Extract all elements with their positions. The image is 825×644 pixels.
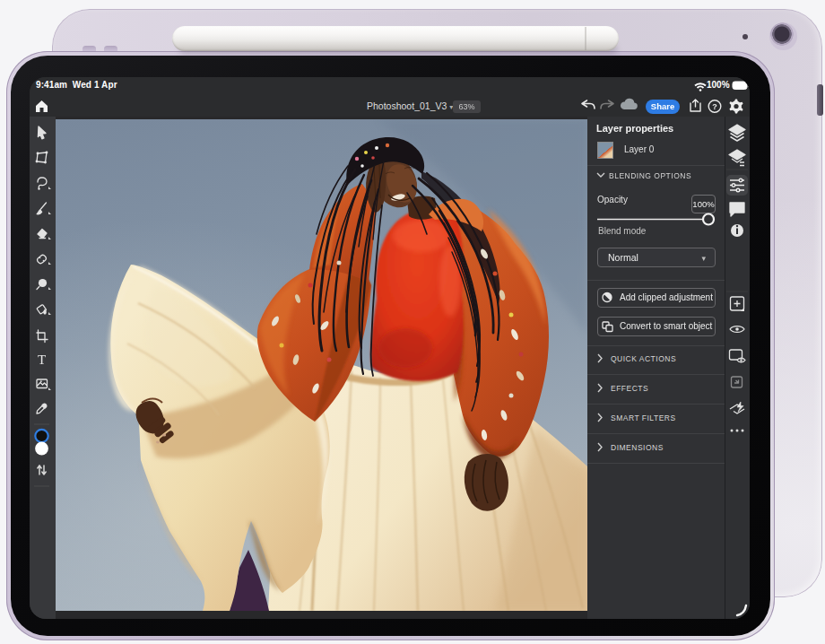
svg-text:?: ? — [712, 102, 717, 111]
svg-text:T: T — [38, 352, 46, 367]
